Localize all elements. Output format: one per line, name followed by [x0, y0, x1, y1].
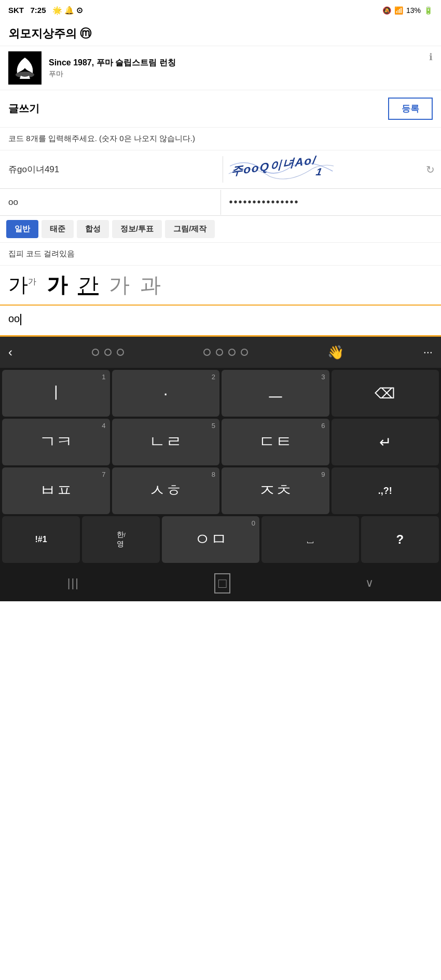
nav-recent-icon[interactable]: ∨: [365, 576, 374, 590]
captcha-image: 주ooQ이녀Ao/ 1: [227, 156, 335, 183]
text-input-content: oo: [8, 313, 20, 324]
circle-7: [241, 349, 248, 356]
captcha-input[interactable]: 쥬go이녀491: [0, 156, 223, 183]
mute-icon: 🔕: [382, 6, 391, 15]
ad-title: Since 1987, 푸마 슬립스트림 런칭: [49, 58, 433, 68]
ad-subtitle: 푸마: [49, 70, 433, 79]
status-bar: SKT 7:25 🌟 🔔 ⊙ 🔕 📶 13% 🔋: [0, 0, 441, 21]
key-row-4: !#1 한/영 0 ㅇㅁ ⎵ ?: [2, 516, 439, 563]
toolbar-circles-3: [92, 349, 124, 356]
puma-logo-svg: [12, 55, 38, 81]
key-row-3: 7 ㅂㅍ 8 ㅅㅎ 9 ㅈㅊ .,?!: [2, 467, 439, 514]
korean-char-4: 과: [140, 271, 161, 299]
key-backspace[interactable]: ⌫: [332, 370, 439, 417]
key-dt[interactable]: 6 ㄷㅌ: [222, 419, 329, 465]
page-title: 외모지상주의 ⓜ: [8, 27, 91, 40]
key-horizontal-bar[interactable]: 3 ㅡ: [222, 370, 329, 417]
carrier-time: SKT 7:25 🌟 🔔 ⊙: [8, 6, 83, 15]
password-row: oo •••••••••••••••: [0, 189, 441, 216]
tab-bar: 일반 태준 합성 정보/투표 그림/제작: [0, 216, 441, 243]
circle-1: [92, 349, 99, 356]
ad-text: Since 1987, 푸마 슬립스트림 런칭 푸마: [49, 58, 433, 79]
key-vertical-bar[interactable]: 1 ㅣ: [2, 370, 110, 417]
password-input[interactable]: oo: [0, 190, 221, 215]
ad-banner[interactable]: Since 1987, 푸마 슬립스트림 런칭 푸마 ℹ: [0, 46, 441, 90]
captcha-row: 쥬go이녀491 주ooQ이녀Ao/ 1 ↻: [0, 150, 441, 189]
ad-logo: [8, 51, 42, 85]
captcha-svg: 주ooQ이녀Ao/ 1: [227, 156, 335, 182]
wifi-icon: 📶: [394, 6, 403, 15]
key-nr[interactable]: 5 ㄴㄹ: [112, 419, 220, 465]
svg-text:주ooQ이녀Ao/: 주ooQ이녀Ao/: [230, 156, 317, 178]
keyboard-back-button[interactable]: ‹: [8, 345, 12, 360]
key-enter[interactable]: ↵: [332, 419, 439, 465]
nav-home-icon[interactable]: □: [214, 573, 231, 593]
tab-synthesis[interactable]: 합성: [77, 220, 109, 238]
key-dot[interactable]: 2 ·: [112, 370, 220, 417]
key-sh[interactable]: 8 ㅅㅎ: [112, 467, 220, 514]
circle-3: [117, 349, 124, 356]
key-row-2: 4 ㄱㅋ 5 ㄴㄹ 6 ㄷㅌ ↵: [2, 419, 439, 465]
circle-4: [203, 349, 211, 356]
section-title: 글쓰기: [8, 102, 39, 116]
cursor: [20, 314, 21, 325]
key-lang-switch[interactable]: 한/영: [82, 516, 160, 563]
circle-2: [104, 349, 112, 356]
korean-char-3: 가: [109, 271, 130, 299]
key-gk[interactable]: 4 ㄱㅋ: [2, 419, 110, 465]
key-symbol[interactable]: !#1: [2, 516, 80, 563]
captcha-image-area: 주ooQ이녀Ao/ 1 ↻: [223, 150, 442, 188]
key-row-1: 1 ㅣ 2 · 3 ㅡ ⌫: [2, 370, 439, 417]
circle-5: [216, 349, 223, 356]
nav-back-icon[interactable]: |||: [67, 576, 79, 590]
instruction-text: 코드 8개를 입력해주세요. (숫자 0은 나오지 않습니다.): [0, 128, 441, 150]
toolbar-circles-4: [203, 349, 248, 356]
more-icon[interactable]: ···: [423, 346, 433, 359]
tab-taejun[interactable]: 태준: [42, 220, 74, 238]
korean-char-2: 간: [78, 271, 99, 299]
korean-char-1: 가: [47, 271, 67, 299]
korean-chars-row: 가가 가 간 가 과: [0, 266, 441, 306]
tab-art-create[interactable]: 그림/제작: [165, 220, 215, 238]
info-icon[interactable]: ℹ: [429, 51, 433, 63]
key-om[interactable]: 0 ㅇㅁ: [162, 516, 259, 563]
key-punctuation[interactable]: .,?!: [332, 467, 439, 514]
circle-6: [228, 349, 236, 356]
korean-char-0: 가가: [8, 272, 36, 298]
keyboard-rows: 1 ㅣ 2 · 3 ㅡ ⌫ 4 ㄱㅋ 5 ㄴㄹ: [0, 368, 441, 565]
tab-general[interactable]: 일반: [6, 220, 38, 238]
battery: 13%: [406, 6, 421, 15]
svg-text:1: 1: [315, 166, 324, 177]
register-button[interactable]: 등록: [388, 98, 433, 120]
text-input-area[interactable]: oo: [0, 306, 441, 337]
refresh-icon[interactable]: ↻: [426, 163, 435, 176]
key-jch[interactable]: 9 ㅈㅊ: [222, 467, 329, 514]
nav-bar: ||| □ ∨: [0, 565, 441, 601]
password-dots: •••••••••••••••: [221, 189, 442, 215]
tab-info-vote[interactable]: 정보/투표: [112, 220, 162, 238]
battery-icon: 🔋: [424, 6, 433, 15]
zipcode-notice: 집피 코드 걸려있음: [0, 243, 441, 266]
title-bar: 외모지상주의 ⓜ: [0, 21, 441, 46]
section-header: 글쓰기 등록: [0, 90, 441, 128]
emoji-icon[interactable]: 👋: [327, 344, 344, 361]
status-right: 🔕 📶 13% 🔋: [382, 6, 433, 15]
key-space[interactable]: ⎵: [261, 516, 359, 563]
keyboard-toolbar: ‹ 👋 ···: [0, 337, 441, 368]
key-bp[interactable]: 7 ㅂㅍ: [2, 467, 110, 514]
keyboard: ‹ 👋 ··· 1 ㅣ 2 · 3: [0, 337, 441, 601]
key-question[interactable]: ?: [361, 516, 439, 563]
